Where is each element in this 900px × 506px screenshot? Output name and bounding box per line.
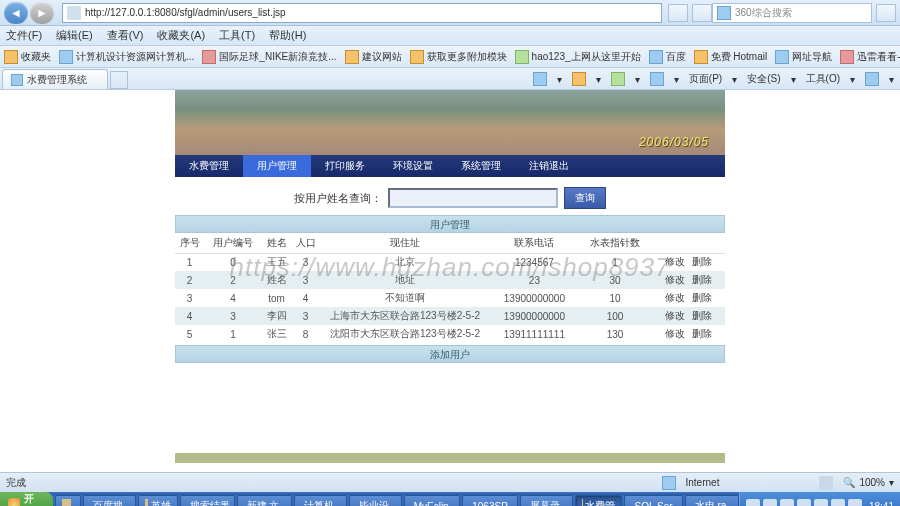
edit-link[interactable]: 修改 bbox=[663, 256, 687, 267]
zoom-icon: 🔍 bbox=[843, 477, 855, 488]
taskbar-item[interactable]: 水电.ra... bbox=[685, 495, 739, 506]
site-icon bbox=[515, 50, 529, 64]
nav-fee[interactable]: 水费管理 bbox=[175, 155, 243, 177]
search-input[interactable] bbox=[388, 188, 558, 208]
edit-link[interactable]: 修改 bbox=[663, 310, 687, 321]
forward-button[interactable]: ► bbox=[30, 2, 54, 24]
table-cell: 王五 bbox=[262, 253, 291, 271]
bookmark-item[interactable]: 获取更多附加模块 bbox=[410, 50, 507, 64]
delete-link[interactable]: 删除 bbox=[690, 292, 714, 303]
menu-edit[interactable]: 编辑(E) bbox=[56, 28, 93, 43]
delete-link[interactable]: 删除 bbox=[690, 256, 714, 267]
taskbar-item[interactable]: 英雄 bbox=[138, 495, 178, 506]
table-cell: 23 bbox=[490, 271, 579, 289]
help-icon[interactable] bbox=[865, 72, 879, 86]
taskbar-item[interactable]: SQL Ser... bbox=[624, 495, 682, 506]
new-tab-button[interactable] bbox=[110, 71, 128, 89]
tray-icon[interactable] bbox=[814, 499, 828, 506]
table-row: 51张三8沈阳市大东区联合路123号楼2-5-213911111111130修改… bbox=[175, 325, 725, 343]
table-cell: 5 bbox=[175, 325, 204, 343]
favorites-label[interactable]: 收藏夹 bbox=[21, 50, 51, 64]
taskbar-item[interactable]: MyEclip... bbox=[404, 495, 461, 506]
delete-link[interactable]: 删除 bbox=[690, 274, 714, 285]
windows-taskbar: 开始 百度搜...英雄搜索结果新建 文...计算机...毕业设...MyEcli… bbox=[0, 492, 900, 506]
refresh-button[interactable] bbox=[668, 4, 688, 22]
back-button[interactable]: ◄ bbox=[4, 2, 28, 24]
bookmark-item[interactable]: 建议网站 bbox=[345, 50, 402, 64]
task-label: 搜索结果 bbox=[190, 499, 230, 506]
mail-icon[interactable] bbox=[611, 72, 625, 86]
site-icon bbox=[840, 50, 854, 64]
taskbar-item[interactable]: 毕业设... bbox=[349, 495, 402, 506]
favorites-icon bbox=[4, 50, 18, 64]
zoom-control[interactable]: 🔍 100% ▾ bbox=[843, 477, 894, 488]
browser-titlebar: ◄ ► http://127.0.0.1:8080/sfgl/admin/use… bbox=[0, 0, 900, 26]
tray-icon[interactable] bbox=[746, 499, 760, 506]
taskbar-item[interactable]: 水费管 bbox=[575, 495, 622, 506]
browser-tab[interactable]: 水费管理系统 bbox=[2, 69, 108, 89]
bookmark-item[interactable]: 迅雷看看-中国第一高清... bbox=[840, 50, 900, 64]
tray-icon[interactable] bbox=[763, 499, 777, 506]
zoom-value: 100% bbox=[859, 477, 885, 488]
taskbar-item[interactable]: 百度搜... bbox=[83, 495, 136, 506]
bookmark-item[interactable]: hao123_上网从这里开始 bbox=[515, 50, 641, 64]
taskbar-item[interactable]: 搜索结果 bbox=[180, 495, 234, 506]
search-button[interactable]: 查询 bbox=[564, 187, 606, 209]
taskbar-item[interactable]: 1063SP... bbox=[462, 495, 518, 506]
bookmark-item[interactable]: 网址导航 bbox=[775, 50, 832, 64]
taskbar-item[interactable] bbox=[55, 495, 81, 506]
delete-link[interactable]: 删除 bbox=[690, 328, 714, 339]
header-banner: 2006/03/05 bbox=[175, 90, 725, 155]
nav-system[interactable]: 系统管理 bbox=[447, 155, 515, 177]
edit-link[interactable]: 修改 bbox=[663, 274, 687, 285]
bookmark-item[interactable]: 免费 Hotmail bbox=[694, 50, 768, 64]
table-cell: 张三 bbox=[262, 325, 291, 343]
bookmark-item[interactable]: 计算机设计资源网计算机... bbox=[59, 50, 194, 64]
table-cell: 姓名 bbox=[262, 271, 291, 289]
footer-banner bbox=[175, 453, 725, 463]
menu-file[interactable]: 文件(F) bbox=[6, 28, 42, 43]
delete-link[interactable]: 删除 bbox=[690, 310, 714, 321]
bookmark-item[interactable]: 国际足球_NIKE新浪竞技... bbox=[202, 50, 336, 64]
start-button[interactable]: 开始 bbox=[0, 492, 53, 506]
print-icon[interactable] bbox=[650, 72, 664, 86]
edit-link[interactable]: 修改 bbox=[663, 328, 687, 339]
nav-logout[interactable]: 注销退出 bbox=[515, 155, 583, 177]
menu-tools[interactable]: 工具(T) bbox=[219, 28, 255, 43]
edit-link[interactable]: 修改 bbox=[663, 292, 687, 303]
taskbar-item[interactable]: 新建 文... bbox=[237, 495, 292, 506]
taskbar-item[interactable]: 计算机... bbox=[294, 495, 347, 506]
nav-env[interactable]: 环境设置 bbox=[379, 155, 447, 177]
toolbar-tools[interactable]: 工具(O) bbox=[806, 72, 840, 86]
tray-icon[interactable] bbox=[831, 499, 845, 506]
main-nav: 水费管理 用户管理 打印服务 环境设置 系统管理 注销退出 bbox=[175, 155, 725, 177]
tray-icon[interactable] bbox=[797, 499, 811, 506]
menu-view[interactable]: 查看(V) bbox=[107, 28, 144, 43]
table-actions: 修改 删除 bbox=[651, 325, 725, 343]
browser-search-box[interactable]: 360综合搜索 bbox=[712, 3, 872, 23]
nav-print[interactable]: 打印服务 bbox=[311, 155, 379, 177]
tray-icon[interactable] bbox=[780, 499, 794, 506]
home-icon[interactable] bbox=[533, 72, 547, 86]
table-cell: 13900000000 bbox=[490, 307, 579, 325]
menu-help[interactable]: 帮助(H) bbox=[269, 28, 306, 43]
clock[interactable]: 18:41 bbox=[869, 501, 894, 507]
task-label: 百度搜... bbox=[93, 499, 131, 506]
toolbar-page[interactable]: 页面(P) bbox=[689, 72, 722, 86]
feed-icon[interactable] bbox=[572, 72, 586, 86]
status-zone: Internet bbox=[686, 477, 720, 488]
nav-users[interactable]: 用户管理 bbox=[243, 155, 311, 177]
tray-icon[interactable] bbox=[848, 499, 862, 506]
site-icon bbox=[202, 50, 216, 64]
table-actions: 修改 删除 bbox=[651, 271, 725, 289]
bookmark-item[interactable]: 百度 bbox=[649, 50, 686, 64]
search-button[interactable] bbox=[876, 4, 896, 22]
protected-mode-icon bbox=[819, 476, 833, 490]
address-bar[interactable]: http://127.0.0.1:8080/sfgl/admin/users_l… bbox=[62, 3, 662, 23]
taskbar-item[interactable]: 屏幕录... bbox=[520, 495, 573, 506]
menu-favorites[interactable]: 收藏夹(A) bbox=[157, 28, 205, 43]
toolbar-safety[interactable]: 安全(S) bbox=[747, 72, 780, 86]
add-user-link[interactable]: 添加用户 bbox=[175, 345, 725, 363]
bookmarks-bar: 收藏夹 计算机设计资源网计算机... 国际足球_NIKE新浪竞技... 建议网站… bbox=[0, 46, 900, 68]
stop-button[interactable] bbox=[692, 4, 712, 22]
